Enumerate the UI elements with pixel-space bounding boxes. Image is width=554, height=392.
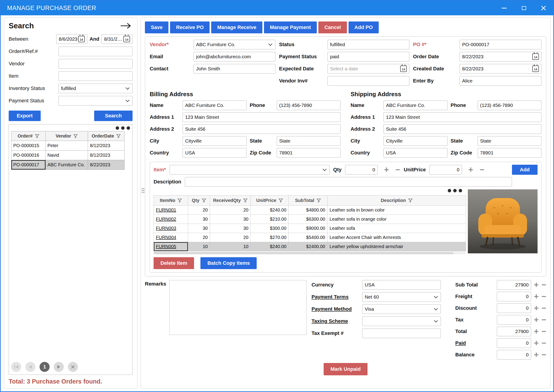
expected-date-input[interactable]: Select a date14 [327, 64, 409, 74]
column-header-qty[interactable]: Qty [188, 196, 210, 206]
filter-icon[interactable] [178, 198, 182, 202]
item-row[interactable]: FURN001 20 20 $240.00 $4800.00 Leather s… [154, 206, 466, 215]
column-header-description[interactable]: Description [327, 196, 466, 206]
mark-unpaid-button[interactable]: Mark Unpaid [324, 363, 368, 375]
plus-icon[interactable] [534, 328, 539, 335]
receive-po-button[interactable]: Receive PO [170, 21, 210, 33]
manage-receive-button[interactable]: Manage Receive [211, 21, 262, 33]
item-search-input[interactable] [58, 71, 133, 81]
column-header-receivedqty[interactable]: ReceivedQty [210, 196, 251, 206]
calendar-icon[interactable]: 14 [400, 66, 407, 72]
inventory-status-select[interactable]: fulfilled [58, 84, 133, 93]
cancel-page-button[interactable] [68, 362, 78, 372]
payment-method-label[interactable]: Payment Method [312, 306, 362, 312]
po-number-input[interactable]: PO-0000017 [460, 40, 541, 49]
add-item-button[interactable]: Add [512, 165, 538, 175]
shipping-state-input[interactable]: State [478, 136, 542, 146]
plus-icon[interactable] [534, 340, 539, 347]
filter-icon[interactable] [243, 198, 248, 202]
manage-payment-button[interactable]: Manage Payment [264, 21, 317, 33]
column-header-subtotal[interactable]: SubTotal [289, 196, 327, 206]
date-from-input[interactable]: 8/6/2023 14 [56, 34, 87, 44]
minus-icon[interactable] [479, 167, 484, 173]
plus-icon[interactable] [384, 167, 389, 173]
paid-label[interactable]: Paid [455, 340, 497, 346]
vendor-select[interactable]: ABC Furniture Co. [194, 40, 275, 49]
collapse-panel-arrow-icon[interactable] [120, 23, 131, 29]
export-button[interactable]: Export [9, 111, 41, 121]
payment-terms-label[interactable]: Payment Terms [312, 294, 362, 300]
billing-city-input[interactable]: Cityville [183, 136, 247, 146]
batch-copy-items-button[interactable]: Batch Copy Items [200, 257, 257, 269]
minus-icon[interactable] [541, 305, 546, 312]
items-options-menu[interactable] [448, 189, 462, 192]
description-input[interactable] [185, 177, 512, 187]
shipping-address1-input[interactable]: 123 Main Street [384, 112, 541, 122]
filter-icon[interactable] [317, 198, 321, 202]
calendar-icon[interactable]: 14 [123, 36, 130, 42]
save-button[interactable]: Save [145, 21, 168, 33]
plus-icon[interactable] [534, 351, 539, 358]
plus-icon[interactable] [534, 305, 539, 312]
plus-icon[interactable] [534, 293, 539, 300]
order-ref-input[interactable] [58, 47, 133, 56]
minus-icon[interactable] [541, 293, 546, 300]
shipping-zip-input[interactable]: 78901 [478, 148, 542, 158]
shipping-country-input[interactable]: USA [384, 148, 447, 158]
sub-total-input[interactable]: 27900 [497, 280, 531, 290]
column-header-orderdate[interactable]: OrderDate [88, 131, 125, 141]
payment-status-input[interactable]: paid [327, 52, 409, 62]
filter-icon[interactable] [408, 198, 412, 202]
discount-input[interactable]: 0 [497, 303, 531, 313]
maximize-button[interactable] [514, 1, 534, 15]
taxing-scheme-select[interactable] [362, 316, 441, 326]
currency-input[interactable]: USA [362, 280, 441, 290]
cancel-button[interactable]: Cancel [318, 21, 347, 33]
next-page-button[interactable] [54, 362, 64, 372]
table-row-selected[interactable]: PO-0000017ABC Furniture Co.8/22/2023 [11, 160, 125, 170]
item-row[interactable]: FURN002 30 30 $210.00 $6300.00 Leather s… [154, 215, 466, 224]
first-page-button[interactable] [11, 362, 21, 372]
minus-icon[interactable] [541, 282, 546, 288]
item-row-selected[interactable]: FURN005 10 10 $240.00 $2400.00 Leather y… [154, 242, 466, 251]
results-options-menu[interactable] [11, 126, 130, 130]
created-date-input[interactable]: 8/22/202314 [460, 64, 541, 74]
current-page-button[interactable]: 1 [40, 362, 50, 372]
shipping-address2-input[interactable]: Suite 456 [384, 124, 541, 134]
billing-zip-input[interactable]: 78901 [277, 148, 341, 158]
paid-input[interactable]: 0 [497, 338, 531, 348]
email-input[interactable]: john@abcfurnitureco.com [194, 52, 275, 62]
table-horizontal-scrollbar[interactable] [154, 252, 466, 254]
vendor-search-input[interactable] [58, 59, 133, 69]
item-row[interactable]: FURN003 30 30 $300.00 $9000.00 Leather s… [154, 224, 466, 233]
add-po-button[interactable]: Add PO [348, 21, 379, 33]
order-date-input[interactable]: 8/22/202314 [460, 52, 541, 62]
remarks-textarea[interactable] [169, 280, 306, 335]
billing-address2-input[interactable]: Suite 456 [183, 124, 341, 134]
minimize-button[interactable] [494, 1, 514, 15]
qty-input[interactable]: 0 [345, 165, 377, 175]
plus-icon[interactable] [468, 167, 473, 173]
contact-input[interactable]: John Smith [194, 64, 275, 74]
tax-input[interactable]: 0 [497, 315, 531, 325]
filter-icon[interactable] [73, 134, 78, 138]
total-input[interactable]: 27900 [497, 327, 531, 336]
billing-country-input[interactable]: USA [183, 148, 247, 158]
unitprice-input[interactable]: 0 [429, 165, 462, 175]
calendar-icon[interactable]: 14 [532, 66, 539, 72]
table-row[interactable]: PO-0000016Navid8/12/2023 [11, 151, 125, 160]
status-input[interactable]: fulfilled [327, 40, 409, 49]
payment-terms-select[interactable]: Net 60 [362, 292, 441, 302]
billing-address1-input[interactable]: 123 Main Street [183, 112, 341, 122]
filter-icon[interactable] [35, 134, 39, 138]
column-header-unitprice[interactable]: UnitPrice [251, 196, 289, 206]
close-button[interactable] [534, 1, 553, 15]
filter-icon[interactable] [116, 134, 121, 138]
minus-icon[interactable] [541, 340, 546, 347]
taxing-scheme-label[interactable]: Taxing Scheme [312, 318, 362, 324]
previous-page-button[interactable] [25, 362, 36, 372]
column-header-vendor[interactable]: Vendor [45, 131, 88, 141]
payment-method-select[interactable]: Visa [362, 304, 441, 314]
table-row[interactable]: PO-0000015Peter8/12/2023 [11, 141, 125, 151]
minus-icon[interactable] [541, 328, 546, 335]
